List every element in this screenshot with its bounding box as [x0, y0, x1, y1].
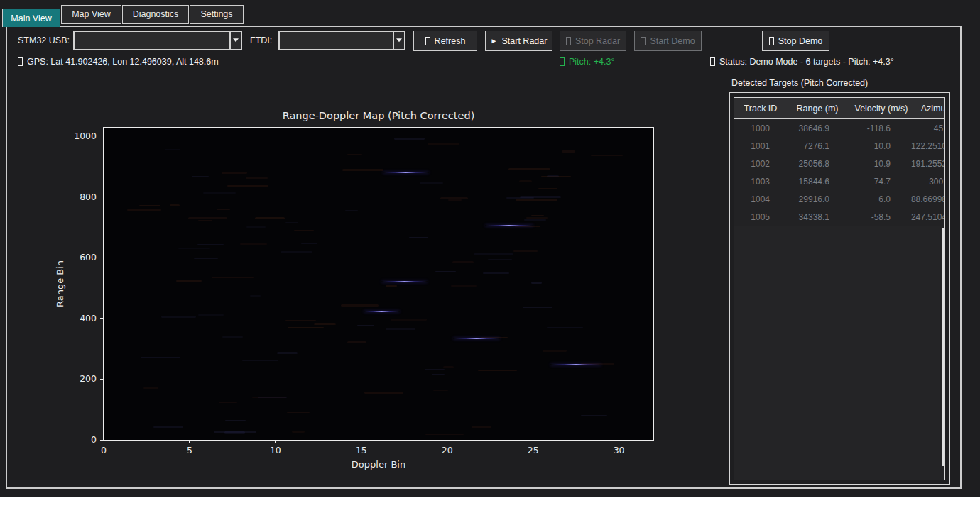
stop-demo-button[interactable]: Stop Demo — [762, 31, 829, 51]
noise-speckle — [285, 222, 298, 223]
stop-radar-button[interactable]: Stop Radar — [560, 31, 626, 51]
tab-map-view[interactable]: Map View — [61, 5, 121, 24]
table-row[interactable]: 100225056.810.9191.2552 — [734, 155, 944, 173]
noise-speckle — [198, 220, 212, 221]
x-tick — [361, 440, 361, 443]
noise-speckle — [526, 217, 548, 219]
table-cell: 1003 — [734, 173, 770, 191]
chevron-down-icon[interactable] — [229, 32, 241, 49]
x-axis-label: Doppler Bin — [307, 459, 450, 470]
refresh-button[interactable]: Refresh — [413, 31, 477, 51]
noise-speckle — [386, 328, 415, 330]
ftdi-combobox[interactable] — [278, 31, 405, 50]
stm32-usb-value — [75, 32, 229, 49]
chevron-down-icon[interactable] — [393, 32, 404, 49]
noise-speckle — [192, 176, 209, 177]
satellite-icon — [18, 57, 23, 66]
x-tick-label: 5 — [175, 445, 204, 455]
table-cell: 10.9 — [827, 155, 891, 173]
noise-speckle — [425, 434, 464, 435]
noise-speckle — [165, 149, 180, 150]
noise-speckle — [425, 369, 444, 370]
noise-speckle — [483, 272, 509, 274]
noise-speckle — [531, 215, 543, 216]
noise-speckle — [513, 250, 538, 252]
tab-main-view[interactable]: Main View — [2, 9, 60, 27]
app-window: Main View Map View Diagnostics Settings … — [0, 0, 980, 497]
noise-speckle — [386, 285, 397, 287]
noise-speckle — [161, 316, 196, 318]
noise-speckle — [246, 226, 266, 228]
x-tick-label: 15 — [347, 445, 376, 455]
tab-settings[interactable]: Settings — [190, 5, 244, 24]
table-header-cell[interactable]: Azimu — [901, 98, 945, 119]
table-cell: 15844.6 — [766, 173, 829, 191]
pitch-label: Pitch: +4.3° — [569, 57, 614, 67]
table-cell: 300° — [883, 173, 945, 191]
targets-group-title: Detected Targets (Pitch Corrected) — [731, 78, 868, 88]
table-cell: -118.6 — [827, 120, 891, 138]
noise-speckle — [188, 217, 228, 219]
noise-speckle — [301, 243, 317, 244]
start-radar-button[interactable]: ► Start Radar — [485, 31, 552, 51]
noise-speckle — [515, 226, 541, 227]
y-tick — [100, 197, 104, 197]
targets-table-header: Track IDRange (m)Velocity (m/s)Azimu — [734, 98, 944, 119]
table-row[interactable]: 100038646.9-118.645° — [734, 120, 944, 138]
tab-diagnostics[interactable]: Diagnostics — [122, 5, 189, 24]
table-header-cell[interactable]: Range (m) — [785, 98, 849, 119]
noise-speckle — [531, 282, 542, 284]
noise-speckle — [170, 204, 180, 206]
noise-speckle — [581, 415, 607, 416]
noise-speckle — [420, 182, 443, 184]
noise-speckle — [452, 261, 474, 263]
stm32-usb-combobox[interactable] — [73, 31, 242, 50]
noise-speckle — [364, 392, 404, 394]
stop-demo-button-label: Stop Demo — [778, 36, 823, 46]
noise-speckle — [523, 307, 552, 308]
table-row[interactable]: 100534338.1-58.5247.5104 — [734, 209, 944, 226]
status-icon — [710, 57, 715, 66]
noise-speckle — [176, 280, 202, 282]
noise-speckle — [451, 285, 477, 287]
table-row[interactable]: 100429916.06.088.66998 — [734, 191, 944, 209]
noise-speckle — [508, 168, 550, 170]
table-header-cell[interactable]: Track ID — [734, 98, 793, 119]
targets-table[interactable]: Track IDRange (m)Velocity (m/s)Azimu 100… — [734, 97, 945, 480]
noise-speckle — [581, 363, 614, 365]
y-tick-label: 0 — [62, 434, 97, 445]
status-text: Status: Demo Mode - 6 targets - Pitch: +… — [710, 57, 894, 67]
gps-status-text: GPS: Lat 41.902426, Lon 12.496039, Alt 1… — [18, 57, 219, 67]
x-tick — [275, 440, 276, 443]
noise-speckle — [287, 412, 310, 413]
table-cell: 88.66998 — [883, 191, 945, 209]
table-scrollbar[interactable] — [942, 228, 944, 466]
noise-speckle — [481, 337, 507, 338]
noise-speckle — [127, 209, 161, 211]
x-tick-label: 10 — [261, 445, 290, 455]
table-cell: 191.2552 — [883, 155, 945, 173]
start-radar-button-label: Start Radar — [501, 36, 547, 46]
table-cell: 45° — [883, 120, 945, 138]
noise-speckle — [255, 217, 285, 219]
start-demo-button-label: Start Demo — [650, 36, 695, 46]
noise-speckle — [277, 352, 297, 354]
table-cell: 1004 — [734, 191, 770, 209]
y-tick-label: 400 — [62, 313, 97, 324]
noise-speckle — [543, 350, 567, 352]
x-tick-label: 25 — [519, 445, 548, 455]
noise-speckle — [440, 197, 469, 199]
noise-speckle — [342, 169, 383, 171]
start-demo-button[interactable]: Start Demo — [634, 31, 702, 51]
y-tick-label: 800 — [62, 192, 97, 202]
table-row[interactable]: 10017276.110.0122.2510 — [734, 138, 944, 155]
noise-speckle — [258, 397, 287, 398]
noise-speckle — [562, 150, 575, 153]
noise-speckle — [246, 177, 268, 179]
noise-speckle — [409, 237, 428, 238]
noise-speckle — [443, 366, 454, 368]
table-row[interactable]: 100315844.674.7300° — [734, 173, 944, 191]
table-cell: 1002 — [734, 155, 770, 173]
noise-speckle — [153, 426, 184, 428]
table-cell: 10.0 — [827, 138, 891, 155]
